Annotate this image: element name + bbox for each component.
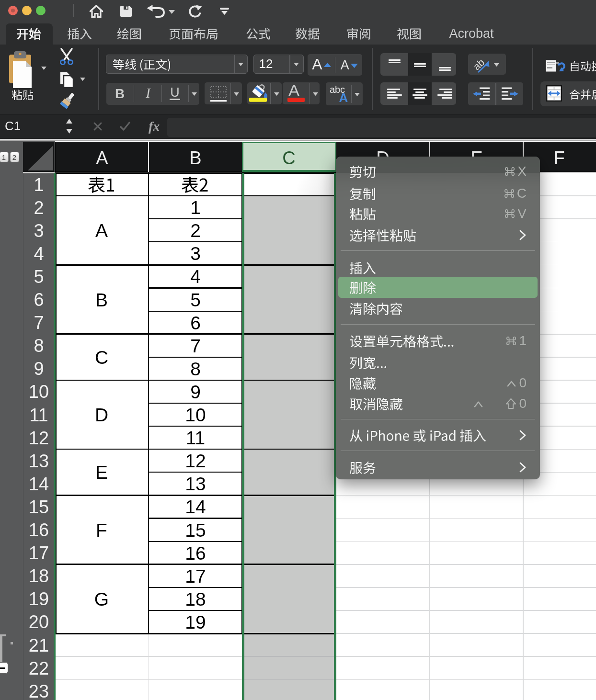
svg-text:ab: ab	[471, 56, 487, 72]
